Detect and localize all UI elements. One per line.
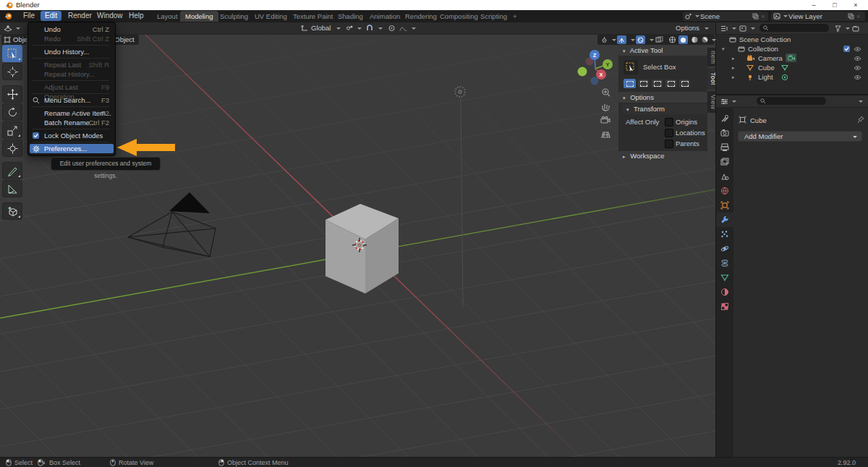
outliner-search-input[interactable] [760, 24, 829, 32]
tab-texture-paint[interactable]: Texture Paint [288, 11, 338, 22]
tab-animation[interactable]: Animation [365, 11, 405, 22]
expand-icon[interactable]: ▸ [732, 63, 735, 72]
solid-shading-toggle[interactable] [678, 35, 688, 44]
select-mode-invert-button[interactable] [665, 79, 677, 88]
menu-item-rename-active-item[interactable]: Rename Active Item... F2 [30, 108, 114, 118]
close-button[interactable]: × [846, 0, 865, 10]
gizmos-toggle[interactable] [617, 35, 626, 44]
tab-layout[interactable]: Layout [152, 11, 183, 22]
tab-shading[interactable]: Shading [333, 11, 368, 22]
material-preview-shading-icon[interactable] [691, 36, 699, 43]
proportional-editing-icon[interactable] [388, 25, 396, 32]
menu-item-lock-object-modes[interactable]: Lock Object Modes [30, 131, 114, 140]
gizmo-neg-y-ball[interactable] [578, 67, 587, 77]
collection-checkbox[interactable] [843, 46, 850, 52]
menu-item-repeat-last[interactable]: Repeat Last Shift R [30, 60, 114, 69]
view-layer-selector[interactable]: View Layer × [771, 12, 865, 21]
tab-object-properties[interactable] [716, 198, 733, 213]
add-cube-tool[interactable] [2, 202, 22, 220]
tab-view-layer-properties[interactable] [716, 155, 733, 169]
move-tool[interactable] [2, 85, 22, 103]
scale-tool[interactable] [2, 121, 22, 139]
tab-uv-editing[interactable]: UV Editing [250, 11, 292, 22]
xray-toggle-icon[interactable] [655, 36, 663, 43]
annotate-tool[interactable] [2, 162, 22, 179]
new-collection-icon[interactable] [852, 25, 859, 32]
pin-icon[interactable] [857, 116, 864, 124]
minimize-button[interactable]: – [804, 0, 823, 10]
tab-physics-properties[interactable] [716, 241, 733, 256]
tab-constraint-properties[interactable] [716, 256, 733, 270]
tab-object-data-properties[interactable] [716, 270, 733, 285]
select-mode-extend-button[interactable] [637, 79, 650, 88]
copy-icon[interactable] [752, 13, 759, 20]
tab-sculpting[interactable]: Sculpting [215, 11, 253, 22]
menu-item-menu-search[interactable]: Menu Search... F3 [30, 95, 114, 105]
menu-item-preferences[interactable]: Preferences... [30, 144, 114, 153]
select-mode-intersect-button[interactable] [678, 79, 691, 88]
overlays-toggle[interactable] [636, 35, 645, 44]
select-mode-new-button[interactable] [624, 79, 636, 88]
menu-file[interactable]: File [19, 11, 39, 21]
menu-item-adjust-last-operation[interactable]: Adjust Last Operation... F9 [30, 82, 114, 92]
tab-tool-properties[interactable] [716, 111, 733, 126]
display-mode-icon[interactable] [720, 25, 728, 32]
blender-app-icon[interactable] [4, 12, 13, 20]
outliner-row-collection[interactable]: ▾ Collection [716, 44, 868, 53]
tab-scripting[interactable]: Scripting [475, 11, 512, 22]
locations-checkbox[interactable] [665, 129, 673, 137]
menu-render[interactable]: Render [64, 11, 96, 21]
menu-item-repeat-history[interactable]: Repeat History... [30, 69, 114, 79]
menu-item-undo-history[interactable]: Undo History... [30, 47, 114, 56]
cursor-tool[interactable] [2, 63, 22, 80]
expand-icon[interactable]: ▸ [732, 53, 735, 63]
add-workspace-button[interactable]: + [508, 11, 522, 22]
workspace-panel-header[interactable]: ▸ Workspace [618, 151, 707, 161]
transform-subpanel-header[interactable]: ▾ Transform [622, 104, 707, 114]
scene-selector[interactable]: Scene × [683, 12, 768, 21]
measure-tool[interactable] [2, 180, 22, 197]
options-panel-header[interactable]: ▾ Options [618, 92, 707, 103]
outliner-row-cube[interactable]: ▸ Cube [716, 63, 868, 72]
tab-texture-properties[interactable] [716, 299, 733, 314]
outliner-row-light[interactable]: ▸ Light [716, 72, 868, 82]
active-tool-panel-header[interactable]: ▾ Active Tool [618, 45, 707, 56]
snap-magnet-icon[interactable] [366, 25, 374, 32]
filter-id-icon[interactable] [739, 25, 746, 32]
tab-material-properties[interactable] [716, 285, 733, 299]
viewport-options-button[interactable]: Options [676, 24, 699, 33]
mode-selector[interactable]: Object Mode [1, 35, 27, 45]
eye-icon[interactable] [854, 65, 861, 71]
menu-window[interactable]: Window [93, 11, 127, 21]
expand-icon[interactable]: ▾ [722, 44, 725, 53]
menu-item-undo[interactable]: Undo Ctrl Z [30, 25, 114, 34]
snap-target-icon[interactable] [346, 25, 354, 32]
active-tool-chip[interactable] [624, 60, 638, 74]
menu-item-batch-rename[interactable]: Batch Rename... Ctrl F2 [30, 118, 114, 127]
editor-type-icon[interactable] [4, 25, 12, 32]
select-box-tool[interactable] [2, 45, 22, 62]
parents-checkbox[interactable] [665, 140, 673, 148]
tab-particle-properties[interactable] [716, 227, 733, 241]
menu-item-redo[interactable]: Redo Shift Ctrl Z [30, 34, 114, 43]
menu-help[interactable]: Help [124, 11, 148, 21]
gizmo-neg-z-ball[interactable] [591, 77, 599, 85]
falloff-curve-icon[interactable] [399, 25, 407, 32]
transform-tool[interactable] [2, 140, 22, 157]
tab-modifier-properties[interactable] [716, 213, 733, 227]
outliner-row-scene-collection[interactable]: Scene Collection [716, 35, 868, 44]
eye-icon[interactable] [854, 46, 861, 52]
add-modifier-button[interactable]: Add Modifier [738, 131, 862, 142]
wireframe-shading-icon[interactable] [668, 36, 676, 43]
properties-search-input[interactable] [757, 97, 826, 105]
tab-modeling[interactable]: Modeling [180, 11, 218, 22]
select-mode-subtract-button[interactable] [651, 79, 663, 88]
filter-funnel-icon[interactable] [835, 25, 841, 32]
eye-icon[interactable] [854, 56, 861, 61]
eye-icon[interactable] [854, 74, 861, 80]
rendered-shading-icon[interactable] [701, 36, 709, 43]
tab-scene-properties[interactable] [716, 169, 733, 184]
pivot-point-icon[interactable] [600, 36, 608, 43]
origins-checkbox[interactable] [665, 118, 673, 127]
rotate-tool[interactable] [2, 103, 22, 121]
